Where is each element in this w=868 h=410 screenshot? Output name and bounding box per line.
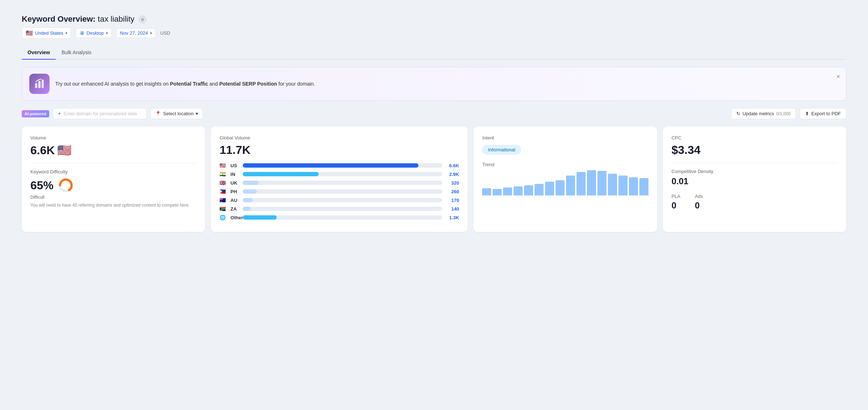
ai-banner: Try out our enhanced AI analysis to get … (22, 67, 846, 101)
bar-container (243, 163, 442, 168)
sparkle-icon: ✦ (58, 111, 61, 116)
ai-powered-badge: AI-powered (22, 110, 49, 117)
location-chevron-icon: ▾ (196, 111, 198, 116)
trend-bar (556, 180, 565, 195)
country-code: PH (230, 189, 240, 194)
country-row: 🇵🇭 PH 260 (220, 189, 459, 194)
country-volume: 1.3K (445, 215, 459, 220)
page-title: Keyword Overview: tax liability ⊕ (22, 14, 846, 24)
toolbar: AI-powered ✦ Enter domain for personaliz… (22, 108, 846, 119)
pla-ads-row: PLA 0 Ads 0 (672, 194, 838, 211)
device-icon: 🖥 (80, 30, 84, 36)
country-row: 🇺🇸 US 6.6K (220, 163, 459, 168)
country-code: US (230, 163, 240, 168)
filter-bar: 🇺🇸 United States ▾ 🖥 Desktop ▾ Nov 27, 2… (22, 27, 846, 39)
trend-bar (639, 178, 648, 195)
kd-label: Keyword Difficulty (30, 169, 196, 174)
svg-rect-2 (42, 79, 44, 88)
toolbar-right: ↻ Update metrics 0/1,000 ⬆ Export to PDF (731, 108, 846, 119)
location-select[interactable]: 📍 Select location ▾ (150, 108, 203, 119)
bar-container (243, 181, 442, 185)
tabs-container: Overview Bulk Analysis (22, 46, 846, 60)
trend-bar (514, 186, 523, 195)
svg-rect-1 (38, 81, 41, 88)
pla-label: PLA (672, 194, 681, 199)
trend-bar (524, 185, 533, 195)
country-chevron-icon: ▾ (65, 31, 67, 35)
svg-point-3 (41, 78, 42, 79)
volume-card: Volume 6.6K 🇺🇸 Keyword Difficulty 65% Di… (22, 126, 205, 232)
trend-bars (482, 170, 648, 195)
tab-overview[interactable]: Overview (22, 46, 56, 60)
location-pin-icon: 📍 (155, 111, 161, 116)
country-rows: 🇺🇸 US 6.6K 🇮🇳 IN 2.9K 🇬🇧 UK 320 🇵🇭 PH (220, 163, 459, 220)
kd-section: Keyword Difficulty 65% Difficult You wil… (30, 169, 196, 208)
intent-badge: Informational (482, 143, 648, 155)
country-code: UK (230, 180, 240, 186)
export-pdf-button[interactable]: ⬆ Export to PDF (800, 108, 846, 119)
intent-card: Intent Informational Trend (473, 126, 657, 232)
device-chevron-icon: ▾ (106, 31, 108, 35)
metrics-counter: 0/1,000 (776, 111, 791, 116)
country-flag: 🇺🇸 (26, 30, 33, 36)
country-flag-icon: 🇬🇧 (220, 180, 227, 186)
bar-fill (243, 163, 418, 168)
add-keyword-button[interactable]: ⊕ (139, 16, 146, 23)
keyword-text: tax liability (98, 14, 134, 23)
cpc-divider (672, 163, 838, 163)
bar-fill (243, 207, 251, 211)
trend-bar (608, 174, 617, 195)
country-code: AU (230, 198, 240, 203)
date-filter[interactable]: Nov 27, 2024 ▾ (116, 28, 156, 38)
ai-banner-close-button[interactable]: × (836, 73, 840, 81)
trend-bar (545, 182, 554, 195)
country-code: Other (230, 215, 240, 220)
domain-placeholder: Enter domain for personalized data (64, 111, 137, 116)
country-filter[interactable]: 🇺🇸 United States ▾ (22, 27, 71, 39)
device-filter[interactable]: 🖥 Desktop ▾ (76, 28, 112, 38)
location-label: Select location (163, 111, 194, 116)
ads-item: Ads 0 (695, 194, 703, 211)
bar-container (243, 207, 442, 211)
pla-item: PLA 0 (672, 194, 681, 211)
country-flag-icon: 🇺🇸 (220, 163, 227, 168)
country-volume: 170 (445, 198, 459, 203)
global-volume-label: Global Volume (220, 135, 459, 141)
trend-bar (597, 171, 607, 195)
country-volume: 260 (445, 189, 459, 194)
domain-input[interactable]: ✦ Enter domain for personalized data (53, 108, 147, 119)
update-metrics-button[interactable]: ↻ Update metrics 0/1,000 (731, 108, 796, 119)
trend-bar (576, 172, 586, 195)
trend-bar (587, 170, 596, 195)
country-row: 🇦🇺 AU 170 (220, 197, 459, 203)
bar-container (243, 198, 442, 202)
trend-bar (482, 188, 491, 195)
pla-value: 0 (672, 200, 681, 211)
date-chevron-icon: ▾ (150, 31, 152, 35)
country-flag-icon: 🇵🇭 (220, 189, 227, 194)
tab-bulk-analysis[interactable]: Bulk Analysis (56, 46, 97, 60)
title-prefix: Keyword Overview: (22, 14, 95, 23)
trend-label: Trend (482, 162, 648, 167)
cpc-card: CPC $3.34 Competitive Density 0.01 PLA 0… (663, 126, 846, 232)
cpc-value: $3.34 (672, 143, 838, 157)
ads-label: Ads (695, 194, 703, 199)
comp-density-value: 0.01 (672, 176, 838, 186)
country-row: 🇮🇳 IN 2.9K (220, 171, 459, 177)
country-volume: 320 (445, 180, 459, 186)
country-flag-icon: 🇦🇺 (220, 197, 227, 203)
trend-bar (629, 177, 638, 195)
trend-bar (503, 187, 512, 195)
country-label: United States (35, 30, 63, 36)
trend-bar (493, 189, 502, 195)
bar-container (243, 172, 442, 176)
country-flag-icon: 🌐 (220, 215, 227, 220)
kd-value: 65% (30, 179, 54, 192)
kd-description: You will need to have 45 referring domai… (30, 202, 196, 208)
divider (30, 163, 196, 163)
global-volume-value: 11.7K (220, 143, 459, 157)
kd-donut-chart (58, 177, 74, 193)
update-metrics-label: Update metrics (743, 111, 774, 116)
global-volume-card: Global Volume 11.7K 🇺🇸 US 6.6K 🇮🇳 IN 2.9… (211, 126, 468, 232)
bar-fill (243, 172, 319, 176)
